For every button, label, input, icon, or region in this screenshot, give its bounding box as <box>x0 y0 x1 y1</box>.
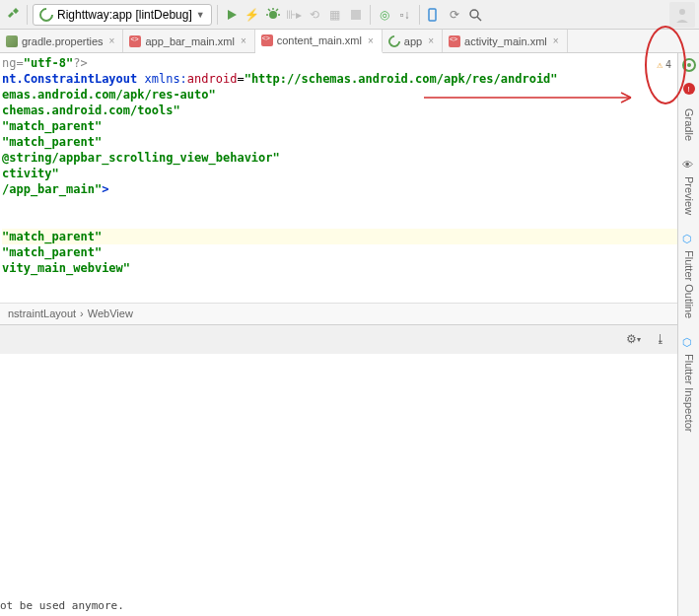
code-line: "match_parent" <box>2 244 677 260</box>
main-area: ng="utf-8"?> nt.ConstraintLayout xmlns:a… <box>0 53 699 616</box>
separator <box>217 5 218 25</box>
device-manager-icon[interactable] <box>425 6 443 24</box>
code-line <box>2 292 677 303</box>
flutter-icon: ⬡ <box>682 336 696 350</box>
code-line: vity_main_webview" <box>2 260 677 276</box>
svg-line-4 <box>477 17 481 21</box>
user-avatar[interactable] <box>669 2 695 28</box>
apply-changes-icon[interactable]: ⚡ <box>244 6 261 24</box>
gradle-file-icon <box>6 35 18 47</box>
breadcrumb-item[interactable]: nstraintLayout <box>8 308 76 319</box>
hammer-icon[interactable] <box>4 6 22 24</box>
inspection-widget[interactable]: ⚠ 4 <box>657 57 671 73</box>
close-icon[interactable]: × <box>107 35 117 46</box>
svg-point-5 <box>679 9 685 15</box>
code-line: nt.ConstraintLayout xmlns:android="http:… <box>2 71 677 87</box>
chevron-down-icon: ▼ <box>196 10 205 20</box>
xml-file-icon <box>261 34 273 46</box>
svg-point-0 <box>269 11 277 19</box>
separator <box>419 5 420 25</box>
svg-point-8 <box>687 63 691 67</box>
close-icon[interactable]: × <box>551 35 561 46</box>
code-line: ng="utf-8"?> <box>2 55 677 71</box>
close-icon[interactable]: × <box>426 35 436 46</box>
code-line: ctivity" <box>2 166 677 181</box>
code-line: "match_parent" <box>2 134 677 150</box>
separator <box>27 5 28 25</box>
attach-debugger-icon[interactable]: ⟲ <box>306 6 323 24</box>
avd-manager-icon[interactable]: ◎ <box>376 6 393 24</box>
error-badge-icon[interactable]: ! <box>683 83 695 95</box>
code-line: chemas.android.com/tools" <box>2 103 677 118</box>
sidebar-tab-preview[interactable]: 👁Preview <box>682 155 696 219</box>
sdk-manager-icon[interactable]: ▫↓ <box>396 6 414 24</box>
gradle-tool-icon[interactable] <box>681 57 697 73</box>
warning-count: 4 <box>665 57 671 73</box>
sidebar-tab-flutter-outline[interactable]: ⬡Flutter Outline <box>682 229 696 322</box>
coverage-icon[interactable]: ▦ <box>326 6 344 24</box>
close-icon[interactable]: × <box>239 35 248 46</box>
flutter-icon: ⬡ <box>682 233 696 246</box>
warning-icon: ⚠ <box>657 57 663 73</box>
eye-icon: 👁 <box>682 159 696 172</box>
download-icon[interactable]: ⭳ <box>652 330 669 348</box>
code-line: "match_parent" <box>2 229 677 244</box>
breadcrumbs[interactable]: nstraintLayout › WebView <box>0 303 677 324</box>
code-line: emas.android.com/apk/res-auto" <box>2 87 677 103</box>
tab-activity-main[interactable]: activity_main.xml× <box>443 30 568 52</box>
svg-rect-1 <box>351 10 361 20</box>
xml-file-icon <box>449 35 460 47</box>
editor-tabs: gradle.properties× app_bar_main.xml× con… <box>0 30 699 53</box>
tab-content-main[interactable]: content_main.xml× <box>255 30 383 53</box>
loading-icon <box>36 5 56 25</box>
debug-icon[interactable] <box>264 6 282 24</box>
gear-icon[interactable]: ⚙▾ <box>624 330 642 348</box>
output-message: ot be used anymore. <box>0 599 124 612</box>
search-icon[interactable] <box>466 6 484 24</box>
tab-gradle-properties[interactable]: gradle.properties× <box>0 30 123 52</box>
module-icon <box>385 33 402 49</box>
editor-pane: ng="utf-8"?> nt.ConstraintLayout xmlns:a… <box>0 53 677 616</box>
breadcrumb-item[interactable]: WebView <box>88 308 133 319</box>
breadcrumb-separator: › <box>80 308 84 319</box>
bottom-panel-toolbar: ⚙▾ ⭳ <box>0 324 677 354</box>
run-icon[interactable] <box>223 6 241 24</box>
code-line: @string/appbar_scrolling_view_behavior" <box>2 150 677 166</box>
sidebar-tab-gradle[interactable]: Gradle <box>683 104 695 145</box>
tab-app[interactable]: app× <box>383 30 443 52</box>
tab-app-bar-main[interactable]: app_bar_main.xml× <box>123 30 254 52</box>
sync-icon[interactable]: ⟳ <box>446 6 463 24</box>
code-line <box>2 276 677 292</box>
close-icon[interactable]: × <box>366 35 376 46</box>
separator <box>370 5 371 25</box>
code-line <box>2 213 677 229</box>
right-sidebar: ! Gradle 👁Preview ⬡Flutter Outline ⬡Flut… <box>677 53 699 616</box>
run-config-label: Righttway:app [lintDebug] <box>57 8 192 22</box>
code-editor[interactable]: ng="utf-8"?> nt.ConstraintLayout xmlns:a… <box>0 53 677 303</box>
stop-icon[interactable] <box>347 6 365 24</box>
run-config-selector[interactable]: Righttway:app [lintDebug] ▼ <box>33 4 212 26</box>
svg-rect-2 <box>429 9 436 21</box>
svg-point-3 <box>470 10 478 18</box>
code-line: "match_parent" <box>2 118 677 134</box>
sidebar-tab-flutter-inspector[interactable]: ⬡Flutter Inspector <box>682 332 696 436</box>
profile-icon[interactable]: ⊪▸ <box>285 6 303 24</box>
code-line <box>2 197 677 213</box>
xml-file-icon <box>129 35 141 47</box>
bottom-panel: ot be used anymore. <box>0 354 677 617</box>
code-line: /app_bar_main"> <box>2 181 677 197</box>
main-toolbar: Righttway:app [lintDebug] ▼ ⚡ ⊪▸ ⟲ ▦ ◎ ▫… <box>0 0 699 30</box>
